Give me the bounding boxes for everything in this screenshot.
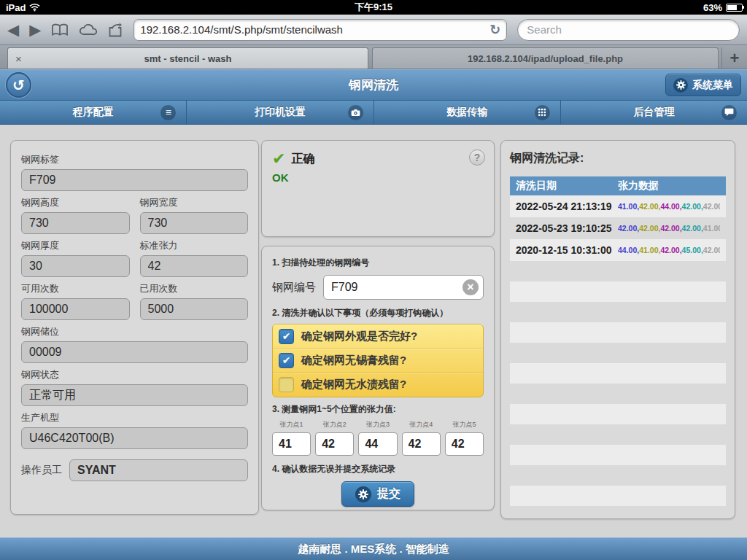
search-input[interactable] <box>527 23 730 36</box>
cloud-icon[interactable] <box>79 23 97 36</box>
stencil-status-field[interactable] <box>21 384 248 406</box>
step4-label: 4. 确认数据无误并提交系统记录 <box>272 463 484 475</box>
record-row-empty <box>510 281 726 302</box>
record-row-empty <box>510 424 726 445</box>
search-bar[interactable] <box>517 19 740 41</box>
record-row-empty <box>510 261 726 281</box>
submit-label: 提交 <box>377 486 400 502</box>
tension-point-label: 张力点4 <box>402 420 441 429</box>
step3-label: 3. 测量钢网1~5个位置的张力值: <box>272 403 484 416</box>
stencil-thickness-field[interactable] <box>21 255 130 277</box>
battery-icon <box>726 4 743 12</box>
footer-text: 越南耐思 . MES系统 . 智能制造 <box>298 542 449 556</box>
stencil-no-input[interactable] <box>323 275 484 300</box>
std-tension-field[interactable] <box>140 255 249 277</box>
safari-toolbar: ◀ ▶ ↻ <box>0 15 747 45</box>
field-label: 钢网宽度 <box>140 196 249 209</box>
tension-values: 42.00,42.00,42.00,42.00,41.00, <box>618 224 720 233</box>
record-row-empty <box>510 445 726 465</box>
check-row-solder-paste[interactable]: ✔ 确定钢网无锡膏残留? <box>273 349 483 373</box>
nav-item-printer-settings[interactable]: 打印机设置 <box>186 101 373 124</box>
chat-icon <box>721 105 737 120</box>
ipad-status-bar: iPad 下午9:15 63% <box>0 0 747 15</box>
field-label: 钢网厚度 <box>21 239 130 252</box>
stencil-info-panel: 钢网标签 钢网高度 钢网宽度 钢网厚度 标准张力 可用次 <box>10 140 259 515</box>
stencil-tag-field[interactable] <box>21 169 248 191</box>
system-menu-label: 系统菜单 <box>692 79 733 92</box>
tension-point-label: 张力点5 <box>445 420 484 429</box>
tab-title: smt - stencil - wash <box>144 53 232 64</box>
record-row[interactable]: 2020-12-15 10:31:00 44.00,41.00,42.00,45… <box>510 239 726 261</box>
records-table: 2022-05-24 21:13:19 41.00,42.00,44.00,42… <box>510 195 726 506</box>
main-nav: 程序配置 ≡ 打印机设置 数据传输 后台管理 <box>0 101 747 125</box>
column-header-date: 清洗日期 <box>516 179 618 192</box>
gear-icon <box>355 486 371 502</box>
url-bar[interactable]: ↻ <box>133 19 507 41</box>
used-count-field[interactable] <box>140 298 249 320</box>
submit-button[interactable]: 提交 <box>341 481 414 507</box>
forward-button[interactable]: ▶ <box>29 22 41 37</box>
stencil-height-field[interactable] <box>21 212 130 234</box>
stencil-no-label: 钢网编号 <box>272 281 316 295</box>
record-row[interactable]: 2022-05-24 21:13:19 41.00,42.00,44.00,42… <box>510 195 726 217</box>
column-header-tension: 张力数据 <box>618 179 659 192</box>
records-header: 清洗日期 张力数据 <box>510 176 726 195</box>
record-row-empty <box>510 363 726 384</box>
checkbox[interactable]: ✔ <box>279 329 294 344</box>
new-tab-button[interactable]: + <box>721 47 747 69</box>
record-row-empty <box>510 302 726 322</box>
field-label: 钢网储位 <box>21 325 248 338</box>
nav-item-data-transfer[interactable]: 数据传输 <box>374 101 560 124</box>
tab-upload-file[interactable]: 192.168.2.104/ipad/upload_file.php <box>372 47 719 69</box>
check-row-water-stain[interactable]: ✔ 确定钢网无水渍残留? <box>273 373 483 397</box>
storage-slot-field[interactable] <box>21 341 248 363</box>
operator-field[interactable] <box>69 459 248 481</box>
nav-item-admin[interactable]: 后台管理 <box>560 101 747 124</box>
content-area: 钢网标签 钢网高度 钢网宽度 钢网厚度 标准张力 可用次 <box>0 125 747 537</box>
nav-item-program-config[interactable]: 程序配置 ≡ <box>0 101 186 124</box>
tab-stencil-wash[interactable]: × smt - stencil - wash <box>7 47 368 69</box>
checkbox[interactable]: ✔ <box>279 377 294 392</box>
operator-label: 操作员工 <box>21 464 62 477</box>
confirm-checklist: ✔ 确定钢网外观是否完好? ✔ 确定钢网无锡膏残留? ✔ 确定钢网无水渍残留? <box>272 324 484 397</box>
tension-input-4[interactable] <box>402 432 441 456</box>
tension-input-5[interactable] <box>445 432 484 456</box>
field-label: 生产机型 <box>21 411 248 424</box>
gear-icon <box>673 78 688 93</box>
stencil-width-field[interactable] <box>140 212 249 234</box>
record-row-empty <box>510 404 726 424</box>
tension-values: 44.00,41.00,42.00,45.00,42.00, <box>618 246 720 254</box>
bookmarks-icon[interactable] <box>51 23 69 36</box>
scan-result-panel: ✔ 正确 OK ? <box>261 140 495 237</box>
tension-input-2[interactable] <box>315 432 354 456</box>
field-label: 钢网状态 <box>21 368 248 381</box>
scan-result-text: 正确 <box>291 152 314 167</box>
clear-input-icon[interactable]: × <box>462 279 479 295</box>
record-row[interactable]: 2022-05-23 19:10:25 42.00,42.00,42.00,42… <box>510 217 726 239</box>
check-icon: ✔ <box>272 149 285 168</box>
system-menu-button[interactable]: 系统菜单 <box>665 74 741 96</box>
tension-input-3[interactable] <box>358 432 397 456</box>
refresh-icon[interactable]: ↻ <box>489 22 500 38</box>
app-header: ↺ 钢网清洗 系统菜单 <box>0 69 747 101</box>
record-row-empty <box>510 343 726 363</box>
grid-icon <box>535 105 550 120</box>
machine-model-field[interactable] <box>21 427 248 449</box>
record-row-empty <box>510 322 726 343</box>
wash-records-panel: 钢网清洗记录: 清洗日期 张力数据 2022-05-24 21:13:19 41… <box>500 140 735 519</box>
tension-point-label: 张力点2 <box>315 420 354 429</box>
step2-label: 2. 清洗并确认以下事项（必须每项打钩确认） <box>272 307 484 319</box>
checkbox[interactable]: ✔ <box>279 353 294 368</box>
check-row-appearance[interactable]: ✔ 确定钢网外观是否完好? <box>273 324 483 349</box>
tension-input-1[interactable] <box>272 432 311 456</box>
share-icon[interactable] <box>107 23 123 37</box>
wash-form-panel: 1. 扫描待处理的钢网编号 钢网编号 × 2. 清洗并确认以下事项（必须每项打钩… <box>261 246 495 510</box>
tab-bar: × smt - stencil - wash 192.168.2.104/ipa… <box>0 45 747 69</box>
back-button[interactable]: ◀ <box>7 22 19 37</box>
field-label: 已用次数 <box>140 282 249 295</box>
tab-close-icon[interactable]: × <box>15 52 22 65</box>
usable-count-field[interactable] <box>21 298 130 320</box>
help-icon[interactable]: ? <box>469 149 485 166</box>
clock: 下午9:15 <box>0 1 747 14</box>
url-input[interactable] <box>140 23 489 36</box>
